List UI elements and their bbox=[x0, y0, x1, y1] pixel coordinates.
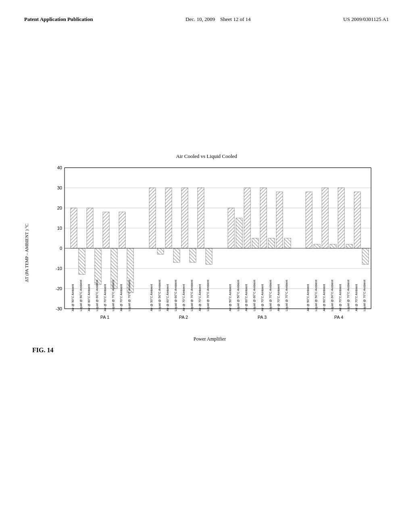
svg-rect-29 bbox=[71, 208, 77, 248]
svg-text:Air @ 60°C Ambient: Air @ 60°C Ambient bbox=[87, 284, 91, 311]
page: Patent Application Publication Dec. 10, … bbox=[0, 0, 413, 532]
svg-text:Air @ 60°C Ambient: Air @ 60°C Ambient bbox=[322, 284, 326, 311]
svg-rect-53 bbox=[306, 192, 312, 248]
svg-text:-10: -10 bbox=[56, 266, 62, 271]
svg-text:Air @ 70°C Ambient: Air @ 70°C Ambient bbox=[103, 284, 107, 311]
svg-rect-35 bbox=[119, 212, 125, 248]
svg-text:Liquid @ 70°C Ambient: Liquid @ 70°C Ambient bbox=[127, 279, 131, 311]
y-axis-label: ΔT (PA TEMP – AMBIENT ) °C bbox=[24, 164, 29, 342]
svg-text:Liquid @ 70°C Ambient: Liquid @ 70°C Ambient bbox=[346, 279, 350, 311]
svg-text:Liquid @ 50°C Ambient: Liquid @ 50°C Ambient bbox=[158, 279, 161, 311]
svg-rect-54 bbox=[314, 244, 320, 248]
svg-rect-43 bbox=[198, 188, 204, 248]
svg-text:Liquid @ 50°C Ambient: Liquid @ 50°C Ambient bbox=[79, 279, 83, 311]
x-axis-label: Power Amplifier bbox=[31, 336, 389, 342]
svg-text:Liquid @ 60°C Ambient: Liquid @ 60°C Ambient bbox=[252, 279, 256, 311]
svg-text:Air @ 70°C Ambient: Air @ 70°C Ambient bbox=[338, 284, 342, 311]
svg-rect-48 bbox=[252, 238, 259, 248]
svg-text:Air @ 50°C Ambient: Air @ 50°C Ambient bbox=[306, 284, 310, 311]
svg-rect-32 bbox=[95, 248, 101, 285]
chart-container: ΔT (PA TEMP – AMBIENT ) °C bbox=[24, 164, 389, 342]
svg-text:Air @ 50°C Ambient: Air @ 50°C Ambient bbox=[71, 284, 75, 311]
svg-text:Air @ 50°C Ambient: Air @ 50°C Ambient bbox=[150, 284, 153, 311]
svg-text:PA 3: PA 3 bbox=[258, 315, 267, 320]
svg-rect-46 bbox=[236, 218, 242, 248]
page-header: Patent Application Publication Dec. 10, … bbox=[24, 16, 389, 23]
svg-rect-58 bbox=[346, 244, 353, 248]
svg-text:Air @ 60°C Ambient: Air @ 60°C Ambient bbox=[244, 284, 248, 311]
header-patent-number: US 2009/0301125 A1 bbox=[343, 16, 389, 23]
svg-rect-37 bbox=[149, 188, 156, 248]
svg-rect-55 bbox=[322, 188, 328, 248]
svg-rect-41 bbox=[181, 188, 188, 248]
svg-text:PA 4: PA 4 bbox=[334, 315, 343, 320]
svg-rect-56 bbox=[330, 244, 336, 248]
svg-text:Liquid @ 70°C Ambient: Liquid @ 70°C Ambient bbox=[285, 279, 288, 311]
svg-text:Liquid @ 70°C Ambient: Liquid @ 70°C Ambient bbox=[190, 279, 194, 311]
svg-text:PA 1: PA 1 bbox=[100, 315, 109, 320]
header-date-sheet: Dec. 10, 2009 Sheet 12 of 14 bbox=[186, 16, 250, 23]
svg-rect-45 bbox=[228, 208, 234, 248]
svg-text:-20: -20 bbox=[56, 286, 62, 291]
svg-text:Liquid @ 60°C Ambient: Liquid @ 60°C Ambient bbox=[330, 279, 334, 311]
svg-text:PA 2: PA 2 bbox=[179, 315, 188, 320]
svg-rect-50 bbox=[268, 238, 275, 248]
svg-text:Air @ 70°C Ambient: Air @ 70°C Ambient bbox=[119, 284, 123, 311]
svg-rect-49 bbox=[260, 188, 267, 248]
svg-rect-52 bbox=[284, 238, 291, 248]
svg-text:Air @ 70°C Ambient: Air @ 70°C Ambient bbox=[355, 284, 358, 311]
svg-text:Liquid @ 50°C Ambient: Liquid @ 50°C Ambient bbox=[236, 279, 240, 311]
svg-text:40: 40 bbox=[57, 165, 62, 170]
chart-inner: 40 30 20 10 0 -10 -20 -30 PA 1 bbox=[31, 164, 389, 342]
svg-text:Liquid @ 60°C Ambient: Liquid @ 60°C Ambient bbox=[174, 279, 177, 311]
svg-rect-33 bbox=[103, 212, 109, 248]
svg-text:0: 0 bbox=[60, 246, 62, 251]
svg-text:Air @ 60°C Ambient: Air @ 60°C Ambient bbox=[166, 284, 169, 311]
svg-text:Liquid @ 50°C Ambient: Liquid @ 50°C Ambient bbox=[314, 279, 318, 311]
svg-text:Liquid @ 70°C Ambient: Liquid @ 70°C Ambient bbox=[111, 279, 115, 311]
svg-text:30: 30 bbox=[57, 185, 62, 190]
header-sheet: Sheet 12 of 14 bbox=[220, 16, 250, 22]
svg-rect-40 bbox=[173, 248, 180, 262]
chart-title: Air Cooled vs Liquid Cooled bbox=[24, 153, 389, 160]
svg-text:20: 20 bbox=[57, 206, 62, 210]
chart-svg: 40 30 20 10 0 -10 -20 -30 PA 1 bbox=[31, 164, 389, 333]
svg-text:-30: -30 bbox=[56, 306, 62, 311]
figure-label: FIG. 14 bbox=[32, 347, 53, 354]
svg-text:Liquid @ 70°C Ambient: Liquid @ 70°C Ambient bbox=[206, 279, 210, 311]
svg-text:Air @ 70°C Ambient: Air @ 70°C Ambient bbox=[182, 284, 186, 311]
svg-rect-60 bbox=[362, 248, 369, 264]
svg-text:Air @ 70°C Ambient: Air @ 70°C Ambient bbox=[198, 284, 202, 311]
svg-rect-38 bbox=[157, 248, 164, 254]
header-date: Dec. 10, 2009 bbox=[186, 16, 215, 22]
svg-rect-42 bbox=[190, 248, 196, 262]
svg-rect-44 bbox=[206, 248, 212, 264]
svg-rect-59 bbox=[354, 192, 361, 248]
svg-text:10: 10 bbox=[57, 226, 62, 231]
svg-rect-47 bbox=[244, 188, 250, 248]
svg-text:Air @ 70°C Ambient: Air @ 70°C Ambient bbox=[277, 284, 280, 311]
svg-text:Liquid @ 70°C Ambient: Liquid @ 70°C Ambient bbox=[363, 279, 366, 311]
header-publication: Patent Application Publication bbox=[24, 16, 93, 23]
chart-area: Air Cooled vs Liquid Cooled ΔT (PA TEMP … bbox=[24, 153, 389, 342]
svg-text:Liquid @ 60°C Ambient: Liquid @ 60°C Ambient bbox=[95, 279, 99, 311]
svg-rect-57 bbox=[338, 188, 344, 248]
svg-text:Liquid @ 70°C Ambient: Liquid @ 70°C Ambient bbox=[269, 279, 272, 311]
svg-rect-31 bbox=[87, 208, 93, 248]
svg-rect-51 bbox=[276, 192, 283, 248]
svg-text:Air @ 50°C Ambient: Air @ 50°C Ambient bbox=[228, 284, 232, 311]
svg-rect-39 bbox=[165, 188, 172, 248]
svg-text:Air @ 70°C Ambient: Air @ 70°C Ambient bbox=[261, 284, 264, 311]
svg-rect-30 bbox=[79, 248, 85, 274]
